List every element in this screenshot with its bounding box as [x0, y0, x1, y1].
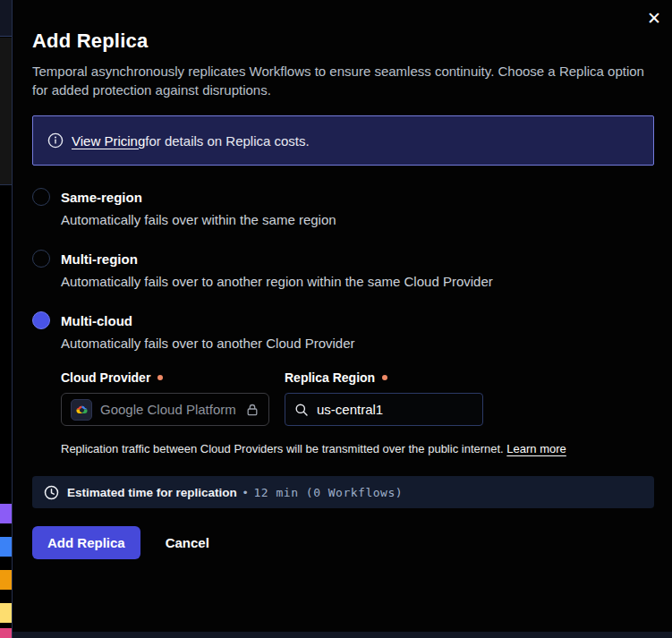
- view-pricing-link[interactable]: View Pricing: [72, 133, 145, 149]
- replica-region-search[interactable]: [285, 393, 483, 426]
- cloud-provider-field-group: Cloud Provider: [61, 370, 269, 426]
- option-description: Automatically fails over to another regi…: [61, 274, 654, 289]
- option-description: Automatically fails over within the same…: [61, 212, 654, 227]
- background-header-fragment: [0, 0, 12, 37]
- option-same-region: Same-region Automatically fails over wit…: [32, 188, 654, 227]
- lock-icon: [245, 403, 259, 417]
- radio-same-region[interactable]: [32, 188, 50, 206]
- replica-region-input[interactable]: [317, 402, 460, 417]
- add-replica-button[interactable]: Add Replica: [32, 526, 140, 559]
- background-page-strip: [0, 0, 12, 638]
- cancel-button[interactable]: Cancel: [150, 526, 225, 559]
- option-description: Automatically fails over to another Clou…: [61, 336, 654, 351]
- modal-actions: Add Replica Cancel: [32, 526, 654, 559]
- replica-region-label: Replica Region: [285, 370, 483, 385]
- field-label-text: Replica Region: [285, 370, 375, 385]
- estimate-banner: Estimated time for replication • 12 min …: [32, 476, 654, 508]
- replica-option-group: Same-region Automatically fails over wit…: [32, 188, 654, 455]
- cloud-provider-label: Cloud Provider: [61, 370, 269, 385]
- cloud-provider-value: Google Cloud Platform: [100, 402, 245, 417]
- replica-region-field-group: Replica Region: [285, 370, 483, 426]
- estimate-separator: •: [243, 486, 248, 499]
- option-label: Multi-cloud: [61, 313, 132, 328]
- cloud-provider-select[interactable]: Google Cloud Platform: [61, 393, 269, 426]
- traffic-note: Replication traffic between Cloud Provid…: [61, 442, 654, 455]
- search-icon: [294, 403, 309, 417]
- required-dot: [157, 375, 163, 380]
- option-multi-cloud: Multi-cloud Automatically fails over to …: [32, 311, 654, 455]
- radio-multi-cloud[interactable]: [32, 311, 50, 329]
- estimate-value: 12 min (0 Workflows): [254, 486, 404, 499]
- clock-icon: [44, 485, 59, 500]
- background-swatch-blue: [0, 537, 12, 557]
- option-multi-region: Multi-region Automatically fails over to…: [32, 250, 654, 289]
- traffic-note-text: Replication traffic between Cloud Provid…: [61, 442, 506, 455]
- background-swatch-pink: [0, 628, 12, 638]
- background-swatch-yellow: [0, 603, 12, 623]
- modal-description: Temporal asynchronously replicates Workf…: [32, 62, 654, 99]
- background-bottom-bar: [0, 632, 672, 638]
- learn-more-link[interactable]: Learn more: [506, 442, 566, 455]
- info-icon: [47, 132, 64, 149]
- radio-multi-region[interactable]: [32, 250, 50, 268]
- background-panel-fragment: [0, 38, 12, 185]
- background-swatch-orange: [0, 570, 12, 590]
- close-icon[interactable]: ✕: [642, 5, 667, 30]
- field-label-text: Cloud Provider: [61, 370, 150, 385]
- estimate-label: Estimated time for replication: [67, 486, 237, 499]
- gcp-logo-icon: [71, 399, 92, 421]
- page-title: Add Replica: [32, 30, 654, 53]
- background-swatch-purple: [0, 504, 12, 523]
- pricing-info-banner: View Pricing for details on Replica cost…: [32, 115, 654, 166]
- required-dot: [382, 375, 387, 380]
- pricing-banner-text: for details on Replica costs.: [145, 133, 309, 149]
- multi-cloud-form: Cloud Provider: [61, 370, 654, 426]
- option-label: Same-region: [61, 190, 142, 205]
- option-label: Multi-region: [61, 251, 138, 267]
- add-replica-modal: ✕ Add Replica Temporal asynchronously re…: [13, 0, 672, 632]
